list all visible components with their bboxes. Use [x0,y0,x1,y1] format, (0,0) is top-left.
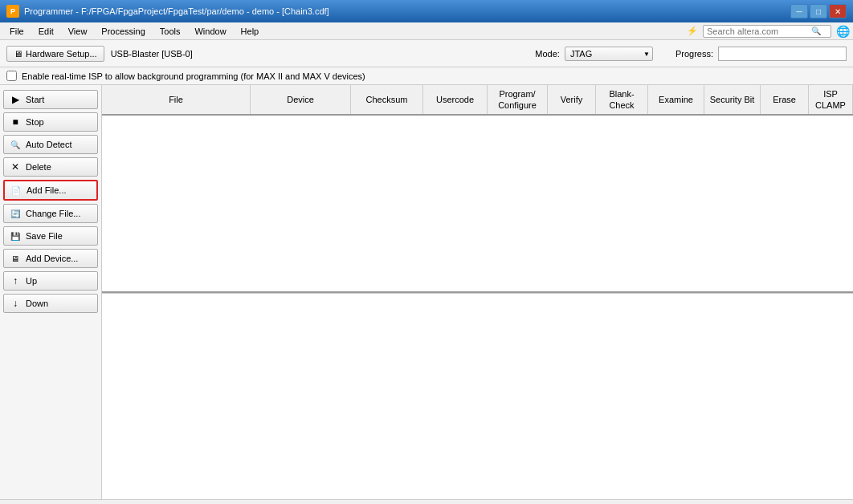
save-file-icon: 💾 [9,230,22,242]
maximize-button[interactable]: □ [810,4,827,18]
menu-window[interactable]: Window [188,25,232,38]
mode-dropdown-wrapper: JTAG Passive Serial Active Serial [565,47,653,61]
col-security-label: Security Bit [710,94,755,105]
menu-file[interactable]: File [3,25,31,38]
col-header-isp: ISP CLAMP [809,85,853,114]
col-blank-label: Blank- Check [599,88,644,112]
menu-bar: File Edit View Processing Tools Window H… [0,22,853,40]
title-bar-controls: ─ □ ✕ [790,4,847,18]
progress-section: Progress: [675,47,847,61]
up-label: Up [26,276,37,286]
altera-icon: ⚡ [687,26,698,36]
add-device-button[interactable]: 🖥 Add Device... [3,249,98,268]
col-header-program: Program/ Configure [488,85,548,114]
col-header-blank: Blank- Check [596,85,648,114]
table-body [102,116,853,291]
menu-view[interactable]: View [62,25,94,38]
status-bar [0,499,853,504]
main-area: ▶ Start ■ Stop 🔍 Auto Detect ✕ Delete 📄 … [0,85,853,499]
isp-checkbox[interactable] [6,71,17,81]
title-text: Programmer - F:/FPGA/FpgaProject/FpgaTes… [24,6,329,16]
delete-label: Delete [26,162,51,172]
up-icon: ↑ [9,274,22,287]
col-header-usercode: Usercode [423,85,488,114]
left-panel: ▶ Start ■ Stop 🔍 Auto Detect ✕ Delete 📄 … [0,85,102,499]
mode-section: Mode: JTAG Passive Serial Active Serial [535,47,653,61]
add-file-icon: 📄 [10,184,22,197]
col-header-security: Security Bit [704,85,761,114]
add-file-button[interactable]: 📄 Add File... [3,180,98,201]
isp-row: Enable real-time ISP to allow background… [0,67,853,85]
menu-processing[interactable]: Processing [95,25,151,38]
start-button[interactable]: ▶ Start [3,90,98,109]
search-container: 🔍 [703,25,831,38]
down-label: Down [26,299,48,308]
col-usercode-label: Usercode [436,95,474,104]
close-button[interactable]: ✕ [829,4,847,18]
change-file-icon: 🔄 [9,207,22,220]
hardware-icon: 🖥 [14,49,22,59]
menu-edit[interactable]: Edit [32,25,60,38]
right-area: File Device Checksum Usercode Program/ C… [102,85,853,499]
save-file-button[interactable]: 💾 Save File [3,226,98,246]
col-verify-label: Verify [561,95,583,104]
col-examine-label: Examine [659,95,693,104]
mode-label: Mode: [535,49,560,59]
minimize-button[interactable]: ─ [790,4,808,18]
change-file-button[interactable]: 🔄 Change File... [3,204,98,223]
col-header-examine: Examine [648,85,704,114]
auto-detect-button[interactable]: 🔍 Auto Detect [3,135,98,154]
delete-button[interactable]: ✕ Delete [3,157,98,177]
app-icon: P [6,5,19,18]
auto-detect-label: Auto Detect [26,140,71,149]
hardware-setup-label: Hardware Setup... [26,49,97,59]
lower-panel [102,293,853,500]
search-icon: 🔍 [811,26,821,35]
toolbar: 🖥 Hardware Setup... USB-Blaster [USB-0] … [0,40,853,67]
start-label: Start [26,95,44,104]
start-icon: ▶ [9,93,22,106]
hardware-setup-button[interactable]: 🖥 Hardware Setup... [6,46,104,62]
col-header-verify: Verify [548,85,596,114]
usb-blaster-label: USB-Blaster [USB-0] [111,49,193,59]
stop-button[interactable]: ■ Stop [3,112,98,132]
up-button[interactable]: ↑ Up [3,271,98,291]
search-input[interactable] [707,26,811,36]
down-button[interactable]: ↓ Down [3,294,98,313]
add-device-icon: 🖥 [9,252,22,265]
col-header-device: Device [251,85,351,114]
col-program-label: Program/ Configure [491,88,544,112]
table-header: File Device Checksum Usercode Program/ C… [102,85,853,116]
col-file-label: File [169,95,183,104]
col-header-file: File [102,85,251,114]
col-checksum-label: Checksum [366,95,408,104]
save-file-label: Save File [26,231,63,241]
mode-dropdown[interactable]: JTAG Passive Serial Active Serial [565,47,653,61]
menu-tools[interactable]: Tools [153,25,187,38]
isp-label: Enable real-time ISP to allow background… [22,71,365,81]
col-header-erase: Erase [761,85,809,114]
down-icon: ↓ [9,297,22,310]
delete-icon: ✕ [9,161,22,173]
title-bar: P Programmer - F:/FPGA/FpgaProject/FpgaT… [0,0,853,22]
add-device-label: Add Device... [26,254,78,263]
change-file-label: Change File... [26,209,80,218]
stop-icon: ■ [9,116,22,128]
globe-icon: 🌐 [836,25,850,38]
stop-label: Stop [26,117,44,127]
col-isp-label: ISP CLAMP [812,88,849,112]
col-device-label: Device [287,95,314,104]
col-header-checksum: Checksum [351,85,423,114]
col-erase-label: Erase [773,95,796,104]
progress-label: Progress: [675,49,713,59]
menu-help[interactable]: Help [235,25,266,38]
progress-bar [718,47,847,61]
auto-detect-icon: 🔍 [9,138,22,151]
title-bar-left: P Programmer - F:/FPGA/FpgaProject/FpgaT… [6,5,329,18]
table-area: File Device Checksum Usercode Program/ C… [102,85,853,293]
add-file-label: Add File... [27,185,67,195]
